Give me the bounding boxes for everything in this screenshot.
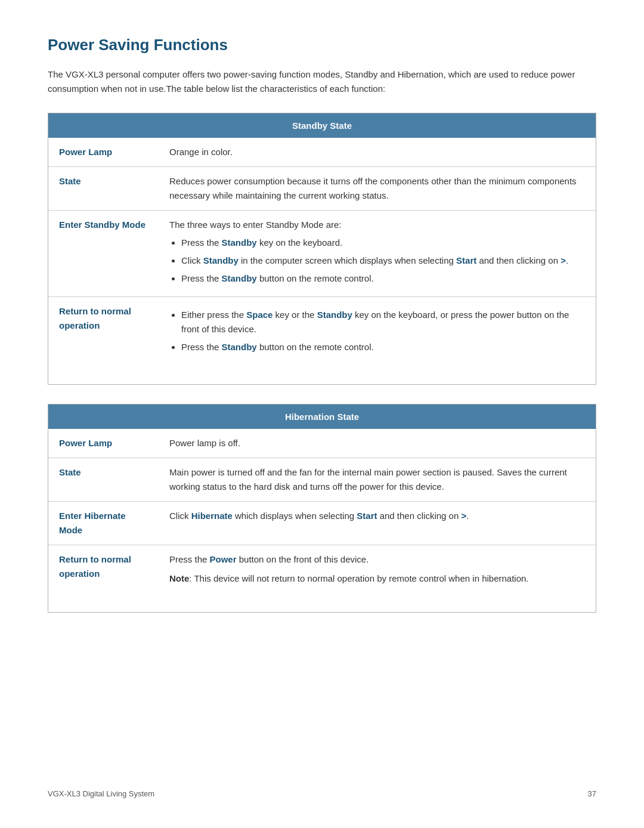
hibernation-table: Hibernation State Power Lamp Power lamp … bbox=[48, 404, 596, 613]
enter-standby-bullets: Press the Standby key on the keyboard. C… bbox=[169, 236, 585, 286]
hibernate-keyword-hibernate: Hibernate bbox=[191, 511, 233, 521]
hibernation-state-label: State bbox=[48, 458, 159, 502]
standby-enter-mode-row: Enter Standby Mode The three ways to ent… bbox=[48, 211, 596, 297]
hibernation-state-content: Main power is turned off and the fan for… bbox=[159, 458, 596, 502]
standby-keyword-1: Standby bbox=[222, 237, 257, 248]
hibernation-state-row: State Main power is turned off and the f… bbox=[48, 458, 596, 502]
standby-header-row: Standby State bbox=[48, 113, 596, 138]
page-title: Power Saving Functions bbox=[48, 36, 596, 54]
standby-return-keyword-standby: Standby bbox=[317, 310, 352, 320]
standby-state-content: Reduces power consumption because it tur… bbox=[159, 167, 596, 211]
hibernation-enter-mode-label: Enter Hibernate Mode bbox=[48, 502, 159, 545]
standby-power-lamp-content: Orange in color. bbox=[159, 138, 596, 167]
hibernation-enter-mode-row: Enter Hibernate Mode Click Hibernate whi… bbox=[48, 502, 596, 545]
hibernation-power-lamp-row: Power Lamp Power lamp is off. bbox=[48, 429, 596, 458]
hibernation-return-content: Press the Power button on the front of t… bbox=[159, 545, 596, 594]
standby-enter-mode-label: Enter Standby Mode bbox=[48, 211, 159, 297]
standby-bullet-1: Press the Standby key on the keyboard. bbox=[181, 236, 585, 250]
standby-return-content: Either press the Space key or the Standb… bbox=[159, 297, 596, 366]
footer-left: VGX-XL3 Digital Living System bbox=[48, 789, 154, 798]
footer-right: 37 bbox=[588, 789, 596, 798]
standby-keyword-2: Standby bbox=[203, 255, 239, 265]
hibernate-keyword-arrow: > bbox=[461, 511, 466, 521]
standby-return-bullets: Either press the Space key or the Standb… bbox=[169, 308, 585, 354]
note-label: Note bbox=[169, 573, 189, 583]
standby-return-keyword-space: Space bbox=[246, 310, 273, 320]
standby-return-label: Return to normal operation bbox=[48, 297, 159, 366]
footer: VGX-XL3 Digital Living System 37 bbox=[48, 789, 596, 798]
standby-enter-mode-content: The three ways to enter Standby Mode are… bbox=[159, 211, 596, 297]
standby-return-keyword-standby2: Standby bbox=[222, 342, 257, 352]
standby-return-bullet-2: Press the Standby button on the remote c… bbox=[181, 340, 585, 354]
hibernation-return-label: Return to normal operation bbox=[48, 545, 159, 594]
standby-bullet-2: Click Standby in the computer screen whi… bbox=[181, 254, 585, 268]
standby-return-row: Return to normal operation Either press … bbox=[48, 297, 596, 366]
hibernation-header-row: Hibernation State bbox=[48, 404, 596, 429]
standby-state-row: State Reduces power consumption because … bbox=[48, 167, 596, 211]
standby-power-lamp-row: Power Lamp Orange in color. bbox=[48, 138, 596, 167]
standby-return-bullet-1: Either press the Space key or the Standb… bbox=[181, 308, 585, 336]
standby-keyword-start: Start bbox=[456, 255, 476, 265]
standby-keyword-3: Standby bbox=[222, 273, 257, 283]
standby-header-cell: Standby State bbox=[48, 113, 596, 138]
hibernation-return-note: Note: This device will not return to nor… bbox=[169, 571, 585, 586]
standby-bullet-3: Press the Standby button on the remote c… bbox=[181, 271, 585, 286]
hibernate-keyword-power: Power bbox=[210, 554, 237, 564]
hibernation-power-lamp-label: Power Lamp bbox=[48, 429, 159, 458]
enter-standby-intro: The three ways to enter Standby Mode are… bbox=[169, 220, 342, 230]
standby-power-lamp-label: Power Lamp bbox=[48, 138, 159, 167]
standby-table: Standby State Power Lamp Orange in color… bbox=[48, 113, 596, 385]
standby-state-label: State bbox=[48, 167, 159, 211]
standby-keyword-arrow: > bbox=[561, 255, 566, 265]
hibernate-keyword-start: Start bbox=[357, 511, 377, 521]
hibernation-power-lamp-content: Power lamp is off. bbox=[159, 429, 596, 458]
hibernation-return-row: Return to normal operation Press the Pow… bbox=[48, 545, 596, 594]
hibernation-enter-mode-content: Click Hibernate which displays when sele… bbox=[159, 502, 596, 545]
hibernation-return-line1: Press the Power button on the front of t… bbox=[169, 552, 585, 567]
intro-paragraph: The VGX-XL3 personal computer offers two… bbox=[48, 67, 596, 96]
hibernation-header-cell: Hibernation State bbox=[48, 404, 596, 429]
